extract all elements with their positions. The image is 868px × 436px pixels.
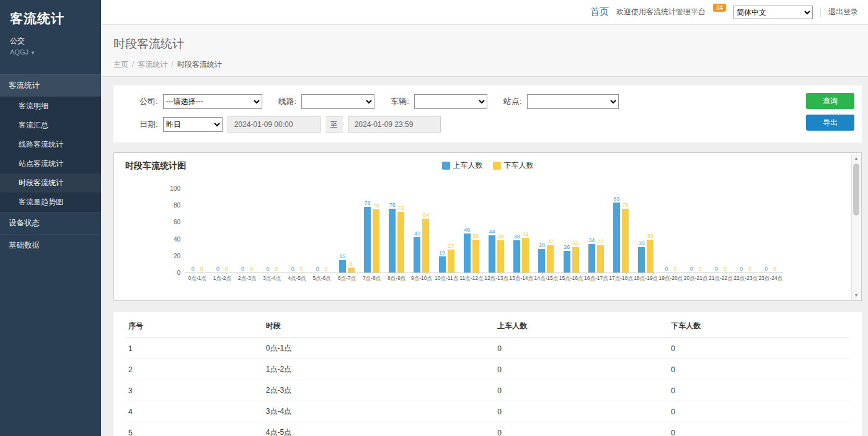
filter-row-1: 公司: ---请选择--- 线路: 车辆: 站点: (125, 94, 851, 109)
bar (464, 233, 471, 272)
x-axis-label: 1点-2点 (210, 275, 234, 282)
bar-value-label: 27 (448, 243, 454, 249)
bar-column: 30 (572, 189, 579, 272)
bar-column: 0 (322, 189, 330, 272)
bar-group: 3039 (634, 189, 658, 272)
chart-scrollbar[interactable]: ▲ ▼ (851, 154, 861, 300)
bar-value-label: 76 (622, 202, 629, 208)
scrollbar-thumb[interactable] (853, 164, 859, 216)
bar-column: 0 (189, 189, 197, 272)
legend-label: 上车人数 (453, 160, 483, 171)
y-axis-tick: 20 (174, 252, 180, 259)
bar-column: 6 (347, 189, 355, 272)
scrollbar-down-icon[interactable]: ▼ (852, 290, 861, 300)
y-axis-tick: 60 (174, 219, 180, 225)
logout-link[interactable]: 退出登录 (828, 7, 858, 17)
company-select[interactable]: ---请选择--- (163, 94, 262, 109)
bar (597, 245, 604, 272)
sidebar-item[interactable]: 时段客流统计 (0, 173, 101, 193)
home-link[interactable]: 首页 (590, 6, 609, 18)
sidebar-section-2[interactable]: 基础数据 (0, 234, 101, 256)
date-to-input[interactable] (348, 116, 441, 133)
table-row: 21点-2点00 (126, 359, 849, 380)
bar-column: 41 (522, 189, 529, 272)
bar-column: 0 (721, 189, 728, 272)
query-button[interactable]: 查询 (806, 93, 854, 109)
bar-value-label: 32 (597, 238, 603, 245)
bar-group: 00 (733, 189, 758, 272)
legend-item[interactable]: 下车人数 (493, 160, 534, 171)
user-dropdown[interactable]: AQGJ ▼ (10, 48, 91, 56)
bar-group: 00 (210, 189, 234, 272)
bar-group: 7672 (384, 189, 409, 272)
breadcrumb-item[interactable]: 客流统计 (138, 60, 167, 69)
bar-group: 00 (285, 189, 309, 272)
sidebar-section-1[interactable]: 设备状态 (0, 212, 101, 234)
bar-column: 0 (314, 189, 321, 272)
bar-value-label: 0 (225, 266, 228, 272)
legend-item[interactable]: 上车人数 (442, 160, 483, 171)
sidebar-item[interactable]: 站点客流统计 (0, 154, 101, 173)
bar-value-label: 0 (200, 266, 203, 272)
station-select[interactable] (527, 94, 619, 109)
bar-column: 75 (373, 189, 380, 272)
bar-value-label: 41 (523, 231, 529, 237)
x-axis-label: 8点-9点 (384, 275, 409, 282)
sidebar-item[interactable]: 客流量趋势图 (0, 193, 101, 212)
sidebar-section-0-children: 客流明细客流汇总线路客流统计站点客流统计时段客流统计客流量趋势图 (0, 97, 101, 212)
x-axis-labels: 0点-1点1点-2点2点-3点3点-4点4点-5点5点-6点6点-7点7点-8点… (185, 275, 783, 282)
sidebar-section-0[interactable]: 客流统计 (0, 74, 101, 97)
sidebar-menu: 客流统计客流明细客流汇总线路客流统计站点客流统计时段客流统计客流量趋势图设备状态… (0, 74, 101, 256)
legend-swatch (493, 162, 501, 170)
y-axis-tick: 40 (174, 235, 180, 242)
bar-group: 3432 (583, 189, 608, 272)
bar (638, 247, 645, 272)
notification-badge[interactable]: 34 (713, 4, 726, 12)
y-axis-tick: 0 (177, 269, 180, 276)
table-cell: 0 (495, 422, 668, 436)
table-cell: 0 (495, 338, 668, 359)
content: 公司: ---请选择--- 线路: 车辆: 站点: 日期: 昨日 至 (101, 77, 868, 436)
bar (339, 260, 346, 272)
sidebar-item[interactable]: 客流明细 (0, 97, 101, 116)
vehicle-select[interactable] (414, 94, 487, 109)
date-from-input[interactable] (228, 116, 321, 133)
bar-column: 42 (414, 189, 421, 272)
bar-value-label: 0 (740, 266, 743, 272)
language-select[interactable]: 简体中文 (733, 6, 813, 19)
action-buttons: 查询 导出 (806, 93, 854, 131)
bar-group: 156 (334, 189, 359, 272)
bar-value-label: 78 (365, 200, 371, 206)
bar-value-label: 0 (216, 266, 219, 272)
table-cell: 0点-1点 (264, 338, 495, 359)
x-axis-label: 21点-22点 (708, 275, 733, 282)
plot-wrap: 0204060801000000000000001567875767242641… (185, 189, 783, 282)
bar-value-label: 39 (647, 233, 653, 239)
line-select[interactable] (301, 94, 374, 109)
bar-group: 00 (658, 189, 683, 272)
user-name: AQGJ (10, 48, 29, 56)
x-axis-label: 11点-12点 (459, 275, 484, 282)
bar-column: 32 (547, 189, 554, 272)
bar-value-label: 0 (291, 266, 294, 272)
bar-group: 00 (758, 189, 783, 272)
bar-column: 0 (214, 189, 221, 272)
sidebar-item[interactable]: 线路客流统计 (0, 135, 101, 154)
x-axis-label: 0点-1点 (185, 275, 210, 282)
table-cell: 1 (126, 338, 264, 359)
breadcrumb-item[interactable]: 主页 (113, 60, 128, 69)
bar-column: 0 (239, 189, 247, 272)
bar (364, 207, 371, 272)
org-name: 公交 (10, 36, 91, 46)
bar-value-label: 0 (325, 266, 328, 272)
bar (588, 244, 595, 272)
date-preset-select[interactable]: 昨日 (163, 117, 223, 132)
export-button[interactable]: 导出 (806, 115, 854, 131)
bar-chart: 0204060801000000000000001567875767242641… (185, 189, 783, 273)
sidebar-item[interactable]: 客流汇总 (0, 116, 101, 135)
x-axis-label: 5点-6点 (309, 275, 334, 282)
x-axis-label: 20点-21点 (683, 275, 708, 282)
x-axis-label: 17点-18点 (608, 275, 633, 282)
scrollbar-up-icon[interactable]: ▲ (852, 154, 861, 163)
vehicle-label: 车辆: (391, 96, 409, 107)
